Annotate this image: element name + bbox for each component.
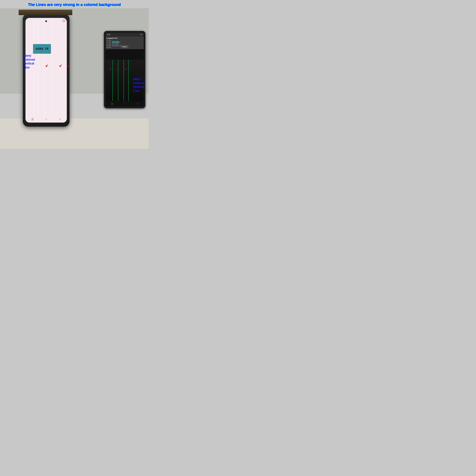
- status-bar: 13:18 42%: [106, 33, 144, 36]
- loopback-ui: Loopback Test Start Start : n204.76 Mic …: [106, 36, 144, 49]
- vertical-line-2: [39, 18, 39, 123]
- nav-home-icon[interactable]: ○: [46, 118, 47, 121]
- label-sticker-text: n204.76: [36, 47, 48, 51]
- loopback-sticker: n204.76: [112, 41, 119, 43]
- sec-annotation-vertical: Vertical: [133, 85, 145, 89]
- arrow-main-1: ↙: [45, 63, 48, 68]
- loopback-title: Loopback Test: [107, 37, 143, 39]
- option-5-label: Stop: [108, 47, 111, 48]
- vertical-line-3: [45, 18, 45, 123]
- main-phone-screen: n204.76 ||| ○ <: [25, 18, 67, 123]
- radio-5: [107, 47, 108, 48]
- annotation-vertical: Vertical: [23, 62, 35, 66]
- secondary-phone-annotation: Many Colored Vertical Line: [133, 77, 145, 93]
- vertical-line-4: [51, 18, 51, 123]
- main-phone: n204.76 ||| ○ <: [21, 11, 71, 129]
- radio-3: [107, 44, 108, 45]
- page-title: The Lines are very strong in a colored b…: [28, 2, 121, 7]
- sec-annotation-many: Many: [133, 77, 145, 81]
- loopback-option-3[interactable]: Start : SPK_3rdMic: [107, 43, 143, 45]
- annotation-many: Many: [23, 54, 35, 58]
- main-phone-navbar: ||| ○ <: [25, 116, 67, 123]
- exit-button[interactable]: EXIT: [121, 45, 128, 48]
- option-2-label-mic: Mic: [119, 41, 120, 43]
- red-circle-icon: [63, 19, 65, 22]
- main-phone-annotation: Many Colored Vertical Line: [23, 54, 35, 69]
- label-sticker: n204.76: [33, 44, 51, 54]
- secondary-phone-navbar: ||| ○ <: [106, 101, 144, 106]
- option-2-label: Start :: [108, 41, 112, 43]
- annotation-line: Line: [23, 66, 35, 69]
- sec-nav-home-icon[interactable]: ○: [124, 102, 125, 105]
- nav-back-icon[interactable]: <: [59, 118, 61, 121]
- front-camera: [45, 20, 47, 22]
- radio-4: [107, 45, 108, 46]
- loopback-option-1[interactable]: Start: [107, 39, 143, 41]
- option-3-label: Start : SPK_3rdMic: [108, 43, 119, 45]
- arrow-sec-2: ↙: [117, 67, 119, 71]
- green-line-2: [118, 60, 118, 106]
- green-line-4: [128, 60, 129, 106]
- radio-1: [107, 40, 108, 41]
- green-line-3: [123, 60, 124, 106]
- sec-nav-back-icon[interactable]: <: [137, 102, 138, 105]
- sec-annotation-line: Line: [133, 89, 145, 93]
- green-line-1: [113, 60, 113, 106]
- main-phone-body: n204.76 ||| ○ <: [23, 14, 69, 127]
- arrow-sec-3: ↙: [124, 67, 127, 71]
- sec-annotation-colored: Colored: [133, 81, 145, 85]
- phone-holder: [18, 10, 72, 15]
- status-time: 13:18: [107, 34, 110, 35]
- annotation-colored: Colored: [23, 58, 35, 62]
- status-battery: 42%: [140, 34, 143, 35]
- loopback-option-2[interactable]: Start : n204.76 Mic: [107, 41, 143, 43]
- arrow-main-2: ↙: [59, 63, 62, 68]
- radio-2: [107, 42, 108, 43]
- nav-recents-icon[interactable]: |||: [32, 118, 34, 121]
- arrow-main-3: ↙: [67, 63, 70, 68]
- vertical-line-1: [34, 18, 34, 123]
- option-1-label: Start: [108, 39, 111, 41]
- arrow-sec-1: ↙: [109, 67, 112, 71]
- sec-nav-recents-icon[interactable]: |||: [111, 102, 113, 105]
